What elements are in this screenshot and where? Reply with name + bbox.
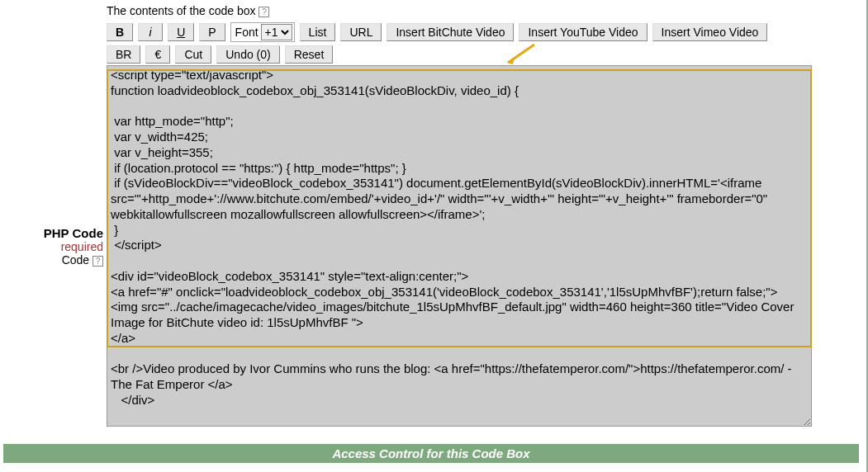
help-icon[interactable]: ? (92, 256, 103, 267)
editor-toolbar-row2: BR € Cut Undo (0) Reset (107, 45, 865, 64)
section-footer-bar: Access Control for this Code Box (3, 444, 859, 463)
field-label-required: required (0, 240, 103, 253)
cut-button[interactable]: Cut (175, 45, 211, 64)
list-button[interactable]: List (300, 23, 336, 41)
euro-button[interactable]: € (145, 45, 170, 64)
reset-button[interactable]: Reset (285, 45, 334, 64)
font-size-select[interactable]: +1 (261, 24, 292, 40)
insert-bitchute-button[interactable]: Insert BitChute Video (387, 23, 514, 41)
editor-toolbar: B i U P Font +1 List URL Insert BitChute… (107, 22, 865, 42)
br-button[interactable]: BR (107, 45, 140, 64)
field-label-code: Code (62, 253, 89, 267)
field-label-main: PHP Code (0, 226, 103, 240)
underline-button[interactable]: U (168, 23, 194, 41)
undo-button[interactable]: Undo (0) (216, 45, 279, 64)
font-label: Font (233, 26, 261, 39)
insert-youtube-button[interactable]: Insert YouTube Video (519, 23, 647, 41)
code-textarea[interactable] (107, 65, 812, 427)
insert-vimeo-button[interactable]: Insert Vimeo Video (652, 23, 768, 41)
section-heading: The contents of the code box (107, 4, 256, 17)
paragraph-button[interactable]: P (199, 23, 225, 41)
help-icon[interactable]: ? (259, 7, 269, 17)
bold-button[interactable]: B (107, 23, 133, 41)
italic-button[interactable]: i (138, 23, 163, 41)
font-size-group: Font +1 (230, 22, 295, 42)
url-button[interactable]: URL (340, 23, 382, 41)
